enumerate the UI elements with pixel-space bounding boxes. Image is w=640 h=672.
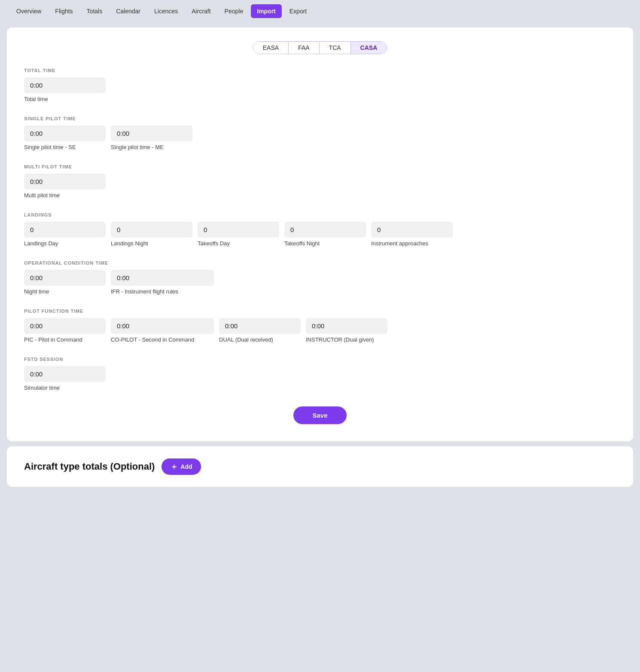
section-label-single-pilot: SINGLE PILOT TIME xyxy=(24,116,616,121)
section-label-total-time: TOTAL TIME xyxy=(24,68,616,73)
label-pic: PIC - Pilot in Command xyxy=(24,336,106,343)
field-dual: DUAL (Dual received) xyxy=(219,318,301,343)
nav-item-people[interactable]: People xyxy=(219,4,250,18)
nav-item-aircraft[interactable]: Aircraft xyxy=(186,4,216,18)
section-single-pilot-time: SINGLE PILOT TIME Single pilot time - SE… xyxy=(24,114,616,150)
section-landings: LANDINGS Landings Day Landings Night Tak… xyxy=(24,211,616,247)
aircraft-type-totals-card: Aircraft type totals (Optional) ＋ Add xyxy=(7,446,633,487)
nav-item-calendar[interactable]: Calendar xyxy=(110,4,146,18)
input-copilot[interactable] xyxy=(111,318,214,334)
field-total-time: Total time xyxy=(24,77,106,102)
label-total-time: Total time xyxy=(24,96,106,102)
input-single-pilot-se[interactable] xyxy=(24,125,106,141)
input-night-time[interactable] xyxy=(24,270,106,286)
label-dual: DUAL (Dual received) xyxy=(219,336,301,343)
section-label-operational: OPERATIONAL CONDITION TIME xyxy=(24,260,616,266)
section-label-fstd: FSTD SESSION xyxy=(24,357,616,362)
nav-item-totals[interactable]: Totals xyxy=(81,4,109,18)
field-instructor: INSTRUCTOR (Dual given) xyxy=(306,318,387,343)
label-landings-night: Landings Night xyxy=(111,240,192,247)
top-navigation: Overview Flights Totals Calendar Licence… xyxy=(0,0,640,22)
label-single-pilot-me: Single pilot time - ME xyxy=(111,144,192,150)
section-operational-condition-time: OPERATIONAL CONDITION TIME Night time IF… xyxy=(24,259,616,295)
label-multi-pilot: Multi pilot time xyxy=(24,192,106,199)
tab-faa[interactable]: FAA xyxy=(289,42,319,54)
input-total-time[interactable] xyxy=(24,77,106,93)
section-label-landings: LANDINGS xyxy=(24,212,616,217)
input-instructor[interactable] xyxy=(306,318,387,334)
save-row: Save xyxy=(24,406,616,424)
section-multi-pilot-time: MULTI PILOT TIME Multi pilot time xyxy=(24,162,616,199)
field-ifr: IFR - Instrument flight rules xyxy=(111,270,214,295)
label-simulator-time: Simulator time xyxy=(24,385,106,391)
input-dual[interactable] xyxy=(219,318,301,334)
input-landings-night[interactable] xyxy=(111,222,192,238)
format-tab-group: EASA FAA TCA CASA xyxy=(24,41,616,54)
field-single-pilot-me: Single pilot time - ME xyxy=(111,125,192,150)
label-ifr: IFR - Instrument flight rules xyxy=(111,288,214,295)
label-instrument-approaches: Instrument approaches xyxy=(371,240,453,247)
input-takeoffs-night[interactable] xyxy=(284,222,366,238)
input-pic[interactable] xyxy=(24,318,106,334)
input-single-pilot-me[interactable] xyxy=(111,125,192,141)
label-takeoffs-day: Takeoffs Day xyxy=(198,240,279,247)
label-single-pilot-se: Single pilot time - SE xyxy=(24,144,106,150)
tab-casa[interactable]: CASA xyxy=(351,42,387,54)
field-takeoffs-night: Takeoffs Night xyxy=(284,222,366,247)
save-button[interactable]: Save xyxy=(293,406,346,424)
aircraft-section-title: Aircraft type totals (Optional) xyxy=(24,461,155,472)
field-takeoffs-day: Takeoffs Day xyxy=(198,222,279,247)
field-landings-night: Landings Night xyxy=(111,222,192,247)
section-fstd-session: FSTD SESSION Simulator time xyxy=(24,355,616,391)
field-multi-pilot: Multi pilot time xyxy=(24,174,106,199)
add-aircraft-type-button[interactable]: ＋ Add xyxy=(162,458,201,475)
tab-tca[interactable]: TCA xyxy=(320,42,351,54)
section-label-multi-pilot: MULTI PILOT TIME xyxy=(24,164,616,169)
input-ifr[interactable] xyxy=(111,270,214,286)
field-simulator-time: Simulator time xyxy=(24,366,106,391)
label-landings-day: Landings Day xyxy=(24,240,106,247)
label-night-time: Night time xyxy=(24,288,106,295)
section-pilot-function-time: PILOT FUNCTION TIME PIC - Pilot in Comma… xyxy=(24,307,616,343)
section-label-pilot-function: PILOT FUNCTION TIME xyxy=(24,309,616,314)
field-night-time: Night time xyxy=(24,270,106,295)
main-card: EASA FAA TCA CASA TOTAL TIME Total time … xyxy=(7,27,633,441)
plus-icon: ＋ xyxy=(170,463,178,470)
field-landings-day: Landings Day xyxy=(24,222,106,247)
nav-item-licences[interactable]: Licences xyxy=(148,4,184,18)
input-multi-pilot[interactable] xyxy=(24,174,106,189)
nav-item-import[interactable]: Import xyxy=(251,4,282,18)
nav-item-overview[interactable]: Overview xyxy=(10,4,47,18)
label-takeoffs-night: Takeoffs Night xyxy=(284,240,366,247)
field-pic: PIC - Pilot in Command xyxy=(24,318,106,343)
field-copilot: CO-PILOT - Second in Command xyxy=(111,318,214,343)
nav-item-export[interactable]: Export xyxy=(283,4,313,18)
input-simulator-time[interactable] xyxy=(24,366,106,382)
add-button-label: Add xyxy=(180,463,192,470)
input-instrument-approaches[interactable] xyxy=(371,222,453,238)
tab-easa[interactable]: EASA xyxy=(253,42,289,54)
field-single-pilot-se: Single pilot time - SE xyxy=(24,125,106,150)
field-instrument-approaches: Instrument approaches xyxy=(371,222,453,247)
input-takeoffs-day[interactable] xyxy=(198,222,279,238)
label-copilot: CO-PILOT - Second in Command xyxy=(111,336,214,343)
section-total-time: TOTAL TIME Total time xyxy=(24,68,616,102)
label-instructor: INSTRUCTOR (Dual given) xyxy=(306,336,387,343)
nav-item-flights[interactable]: Flights xyxy=(49,4,79,18)
input-landings-day[interactable] xyxy=(24,222,106,238)
